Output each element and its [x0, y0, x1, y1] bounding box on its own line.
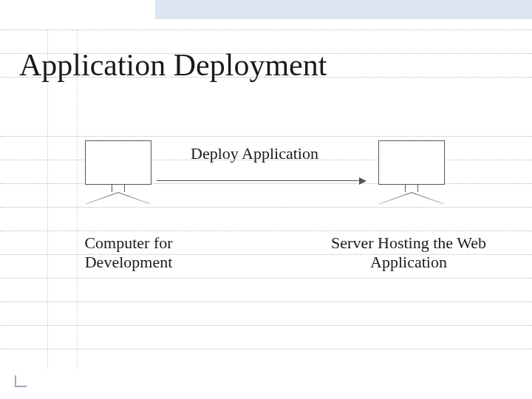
grid-line [0, 30, 532, 30]
computer-dev-icon [85, 140, 151, 204]
computer-server-icon [378, 140, 445, 204]
grid-line [0, 278, 532, 279]
corner-decoration-icon [15, 372, 30, 387]
deploy-arrow [157, 177, 366, 185]
arrow-right-icon [359, 177, 366, 185]
grid-line [0, 325, 532, 326]
dev-computer-label: Computer for Development [62, 233, 195, 273]
arrow-label: Deploy Application [191, 144, 318, 163]
grid-line [0, 349, 532, 349]
server-computer-label: Server Hosting the Web Application [324, 233, 494, 273]
grid-line [0, 231, 532, 231]
header-accent-bar [155, 0, 532, 19]
slide-title: Application Deployment [19, 47, 327, 83]
grid-line [0, 301, 532, 302]
grid-line [0, 207, 532, 208]
grid-line [0, 136, 532, 137]
